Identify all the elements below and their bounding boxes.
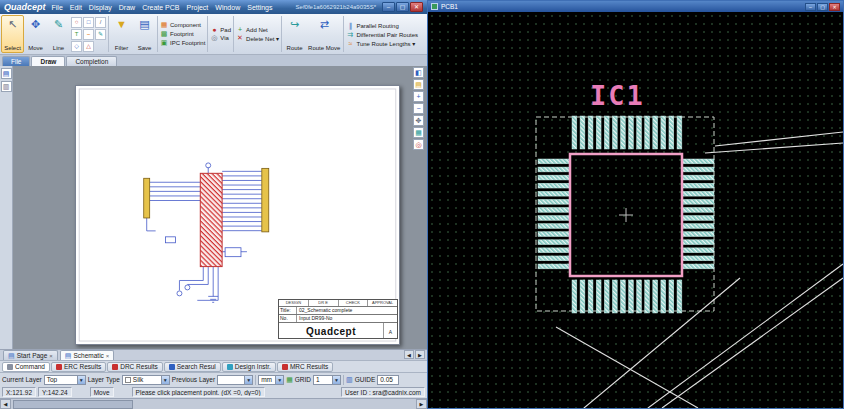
qfp-pad[interactable] bbox=[604, 116, 609, 149]
options-icon[interactable]: ◎ bbox=[413, 139, 424, 150]
tab-schematic[interactable]: ▤ Schematic × bbox=[60, 350, 115, 360]
qfp-pad[interactable] bbox=[588, 280, 593, 313]
qfp-pad[interactable] bbox=[682, 199, 714, 204]
qfp-pad[interactable] bbox=[596, 280, 601, 313]
scroll-right-icon[interactable]: ▶ bbox=[416, 399, 427, 409]
qfp-pad[interactable] bbox=[682, 191, 714, 196]
qfp-pad[interactable] bbox=[682, 232, 714, 237]
tab-file[interactable]: File bbox=[2, 56, 30, 66]
pad-button[interactable]: ● Pad bbox=[210, 26, 231, 33]
footprint-button[interactable]: ▩ Footprint bbox=[160, 30, 205, 38]
current-layer-select[interactable]: Top ▼ bbox=[44, 375, 86, 385]
polygon-tool-icon[interactable]: ◇ bbox=[71, 41, 82, 52]
qfp-pad[interactable] bbox=[682, 183, 714, 188]
right-wires[interactable] bbox=[222, 171, 262, 230]
qfp-pad[interactable] bbox=[538, 216, 570, 221]
pin-symbol[interactable] bbox=[177, 291, 182, 296]
guide-input[interactable]: 0.05 bbox=[377, 375, 399, 385]
line-button[interactable]: ✎ Line bbox=[47, 15, 70, 53]
horizontal-scrollbar[interactable]: ◀ ▶ bbox=[0, 398, 427, 409]
tab-command[interactable]: Command bbox=[2, 362, 50, 372]
ref-designator-label[interactable]: IC1 bbox=[590, 80, 645, 111]
qfp-pad[interactable] bbox=[661, 116, 666, 149]
qfp-pad[interactable] bbox=[682, 264, 714, 269]
previous-layer-select[interactable]: ▼ bbox=[217, 375, 253, 385]
grid-toggle-icon[interactable]: ▦ bbox=[413, 127, 424, 138]
tab-erc-results[interactable]: ERC Results bbox=[51, 362, 106, 372]
selected-ic-symbol[interactable] bbox=[200, 173, 222, 266]
menu-project[interactable]: Project bbox=[187, 4, 209, 11]
pin-symbol[interactable] bbox=[185, 285, 190, 290]
route-button[interactable]: ↪ Route bbox=[283, 15, 306, 53]
qfp-pad[interactable] bbox=[677, 116, 682, 149]
qfp-pad[interactable] bbox=[572, 280, 577, 313]
close-button[interactable]: ✕ bbox=[410, 2, 423, 12]
pencil-tool-icon[interactable]: ✎ bbox=[95, 29, 106, 40]
menu-display[interactable]: Display bbox=[89, 4, 112, 11]
qfp-pad[interactable] bbox=[538, 183, 570, 188]
small-component[interactable] bbox=[225, 248, 241, 257]
qfp-pad[interactable] bbox=[653, 280, 658, 313]
qfp-pad[interactable] bbox=[538, 256, 570, 261]
ipc-footprint-button[interactable]: ▣ IPC Footprint bbox=[160, 39, 205, 47]
qfp-pad[interactable] bbox=[682, 216, 714, 221]
maximize-button[interactable]: ▢ bbox=[396, 2, 409, 12]
qfp-pad[interactable] bbox=[629, 280, 634, 313]
text-tool-icon[interactable]: T bbox=[71, 29, 82, 40]
tab-completion[interactable]: Completion bbox=[66, 56, 117, 66]
qfp-pad[interactable] bbox=[682, 167, 714, 172]
tab-start-page[interactable]: ▤ Start Page × bbox=[3, 350, 58, 360]
tab-design-instructions[interactable]: Design Instr. bbox=[222, 362, 276, 372]
menu-draw[interactable]: Draw bbox=[119, 4, 135, 11]
menu-file[interactable]: File bbox=[52, 4, 63, 11]
close-tab-icon[interactable]: × bbox=[106, 353, 110, 359]
left-wires[interactable] bbox=[150, 182, 201, 200]
menu-window[interactable]: Window bbox=[215, 4, 240, 11]
qfp-pad[interactable] bbox=[645, 116, 650, 149]
qfp-pad[interactable] bbox=[637, 116, 642, 149]
close-tab-icon[interactable]: × bbox=[49, 353, 53, 359]
fit-view-icon[interactable]: ◧ bbox=[413, 67, 424, 78]
menu-settings[interactable]: Settings bbox=[247, 4, 272, 11]
qfp-pad[interactable] bbox=[538, 232, 570, 237]
menu-edit[interactable]: Edit bbox=[70, 4, 82, 11]
pcb-maximize-button[interactable]: ▢ bbox=[817, 3, 828, 11]
qfp-pad[interactable] bbox=[661, 280, 666, 313]
qfp-pad[interactable] bbox=[669, 116, 674, 149]
tab-mrc-results[interactable]: MRC Results bbox=[277, 362, 333, 372]
schematic-workspace[interactable]: ▤ ▥ bbox=[0, 66, 427, 349]
qfp-pad[interactable] bbox=[682, 224, 714, 229]
triangle-tool-icon[interactable]: △ bbox=[83, 41, 94, 52]
qfp-pad[interactable] bbox=[653, 116, 658, 149]
grid-select[interactable]: 1 ▼ bbox=[313, 375, 341, 385]
scrollbar-thumb[interactable] bbox=[13, 400, 133, 409]
qfp-pad[interactable] bbox=[580, 116, 585, 149]
zoom-in-icon[interactable]: + bbox=[413, 91, 424, 102]
tab-search-result[interactable]: Search Resul bbox=[164, 362, 221, 372]
qfp-pad[interactable] bbox=[596, 116, 601, 149]
qfp-pad[interactable] bbox=[604, 280, 609, 313]
differential-pair-routes-button[interactable]: ⇉ Differential Pair Routes bbox=[346, 31, 418, 39]
select-button[interactable]: ↖ Select bbox=[1, 15, 24, 53]
qfp-pad[interactable] bbox=[669, 280, 674, 313]
segment-tool-icon[interactable]: / bbox=[95, 17, 106, 28]
minimize-button[interactable]: – bbox=[382, 2, 395, 12]
qfp-pad[interactable] bbox=[538, 199, 570, 204]
scroll-left-icon[interactable]: ◀ bbox=[0, 399, 11, 409]
menu-create-pcb[interactable]: Create PCB bbox=[142, 4, 179, 11]
right-connector[interactable] bbox=[262, 168, 269, 232]
tab-drc-results[interactable]: DRC Results bbox=[107, 362, 163, 372]
qfp-pad[interactable] bbox=[580, 280, 585, 313]
qfp-pad[interactable] bbox=[538, 240, 570, 245]
qfp-pad[interactable] bbox=[538, 191, 570, 196]
add-net-button[interactable]: + Add Net bbox=[236, 26, 279, 33]
qfp-pad[interactable] bbox=[677, 280, 682, 313]
left-connector[interactable] bbox=[144, 178, 150, 218]
pcb-minimize-button[interactable]: – bbox=[805, 3, 816, 11]
pan-icon[interactable]: ✥ bbox=[413, 115, 424, 126]
qfp-pad[interactable] bbox=[538, 248, 570, 253]
tab-scroll-left-icon[interactable]: ◀ bbox=[404, 350, 414, 359]
parallel-routing-button[interactable]: ∥ Parallel Routing bbox=[346, 22, 418, 30]
move-button[interactable]: ✥ Move bbox=[24, 15, 47, 53]
new-sheet-icon[interactable]: ▤ bbox=[413, 79, 424, 90]
